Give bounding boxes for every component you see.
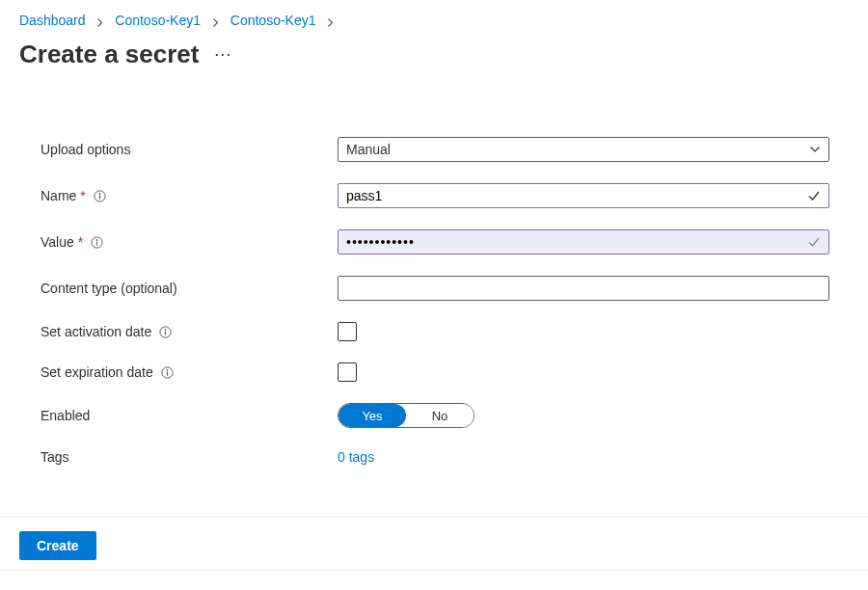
label-upload-options: Upload options xyxy=(41,142,338,157)
activation-date-checkbox[interactable] xyxy=(338,322,357,341)
svg-rect-8 xyxy=(165,331,166,335)
select-value: Manual xyxy=(346,142,391,157)
content-type-input[interactable] xyxy=(346,277,821,300)
required-indicator: * xyxy=(78,234,83,250)
value-input-wrapper xyxy=(338,229,829,255)
name-input-wrapper xyxy=(338,183,829,208)
row-activation-date: Set activation date xyxy=(41,322,827,341)
row-upload-options: Upload options Manual xyxy=(41,137,827,162)
svg-point-4 xyxy=(96,239,98,241)
info-icon[interactable] xyxy=(159,326,172,338)
info-icon[interactable] xyxy=(91,236,103,249)
row-content-type: Content type (optional) xyxy=(41,276,827,301)
row-enabled: Enabled Yes No xyxy=(41,403,827,428)
breadcrumb-item-contoso-2[interactable]: Contoso-Key1 xyxy=(231,13,316,28)
info-icon[interactable] xyxy=(161,366,174,379)
tags-link[interactable]: 0 tags xyxy=(338,449,374,465)
chevron-right-icon xyxy=(95,13,104,28)
svg-point-10 xyxy=(166,369,168,371)
chevron-right-icon xyxy=(326,13,335,28)
label-tags: Tags xyxy=(41,449,338,465)
label-text: Name xyxy=(41,188,76,203)
row-tags: Tags 0 tags xyxy=(41,449,827,465)
label-name: Name * xyxy=(41,188,338,203)
content-type-input-wrapper xyxy=(338,276,829,301)
check-icon xyxy=(807,235,821,249)
svg-point-1 xyxy=(98,193,100,195)
toggle-option-yes[interactable]: Yes xyxy=(339,404,406,427)
label-text: Set expiration date xyxy=(41,364,153,380)
svg-point-7 xyxy=(165,329,167,331)
expiration-date-checkbox[interactable] xyxy=(338,362,357,382)
label-content-type: Content type (optional) xyxy=(41,281,338,296)
chevron-right-icon xyxy=(211,13,220,28)
label-activation-date: Set activation date xyxy=(41,324,338,339)
svg-rect-5 xyxy=(96,241,97,245)
svg-rect-11 xyxy=(167,371,168,375)
upload-options-select[interactable]: Manual xyxy=(338,137,829,162)
row-value: Value * xyxy=(41,229,827,255)
label-expiration-date: Set expiration date xyxy=(41,364,338,380)
required-indicator: * xyxy=(80,188,85,203)
check-icon xyxy=(807,189,821,202)
label-value: Value * xyxy=(41,234,338,250)
create-button[interactable]: Create xyxy=(19,531,96,560)
label-text: Value xyxy=(41,234,74,250)
chevron-down-icon xyxy=(809,144,821,155)
breadcrumb-item-contoso-1[interactable]: Contoso-Key1 xyxy=(115,13,201,28)
row-name: Name * xyxy=(41,183,827,208)
breadcrumb-item-dashboard[interactable]: Dashboard xyxy=(19,13,86,28)
label-enabled: Enabled xyxy=(41,408,338,423)
label-text: Set activation date xyxy=(41,324,151,339)
form: Upload options Manual Name * Value * xyxy=(0,69,868,465)
breadcrumb: Dashboard Contoso-Key1 Contoso-Key1 xyxy=(0,0,868,34)
more-icon[interactable]: ··· xyxy=(214,44,231,65)
enabled-toggle[interactable]: Yes No xyxy=(338,403,475,428)
svg-rect-2 xyxy=(99,195,100,199)
footer-bar: Create xyxy=(0,517,868,571)
page-header: Create a secret ··· xyxy=(0,34,868,69)
page-title: Create a secret xyxy=(19,40,199,69)
row-expiration-date: Set expiration date xyxy=(41,362,827,382)
name-input[interactable] xyxy=(346,184,807,207)
value-input[interactable] xyxy=(346,230,807,254)
info-icon[interactable] xyxy=(94,190,106,202)
toggle-option-no[interactable]: No xyxy=(406,404,474,427)
